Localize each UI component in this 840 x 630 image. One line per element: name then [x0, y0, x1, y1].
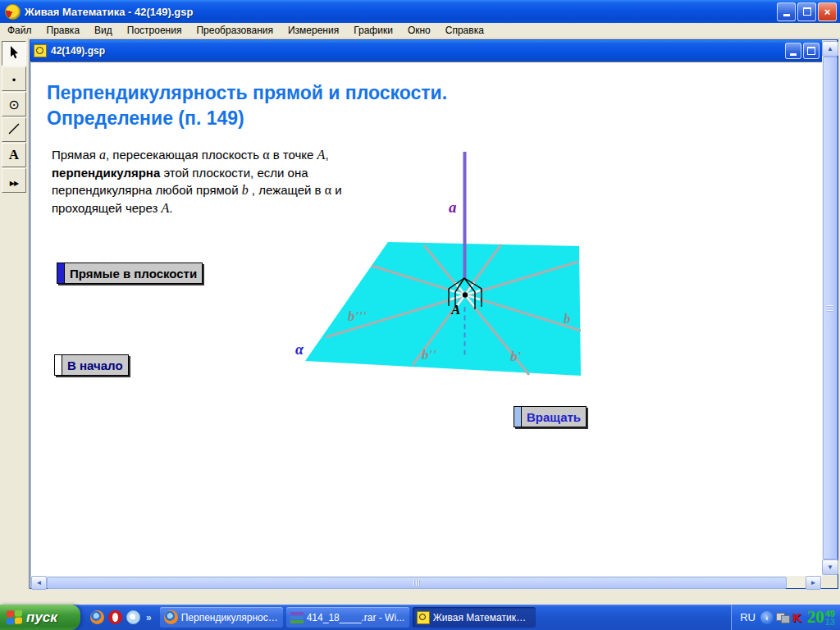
task-button-3[interactable]: Живая Математика ...: [413, 607, 536, 628]
document-window: 42(149).gsp bb'b''b'''aAα Перпендикулярн…: [30, 39, 838, 589]
close-button[interactable]: ×: [818, 2, 837, 21]
clock-minutes: 49: [825, 609, 835, 618]
restore-button[interactable]: [797, 2, 816, 21]
hide-icons-chevron[interactable]: ‹: [760, 611, 774, 624]
definition-segment: .: [169, 201, 172, 215]
firefox-icon[interactable]: [164, 610, 178, 624]
task-button-label: Перпендикулярност...: [181, 612, 279, 623]
definition-segment: A: [161, 201, 169, 215]
horizontal-scroll-thumb[interactable]: [47, 577, 787, 589]
firefox-icon[interactable]: [90, 610, 104, 624]
label-bpp: b'': [422, 347, 436, 363]
menu-item-6[interactable]: Измерения: [281, 24, 346, 37]
qip-icon[interactable]: [126, 610, 140, 624]
selection-arrow-tool-icon: [9, 46, 20, 62]
sketch-canvas[interactable]: bb'b''b'''aAα Перпендикулярность прямой …: [31, 62, 822, 576]
label-b: b: [564, 311, 571, 326]
to-start-button-label: В начало: [62, 355, 128, 375]
tool-palette: •⊙A▶▶: [0, 38, 29, 589]
network-icon[interactable]: [776, 612, 790, 623]
segment-tool-icon: [8, 123, 20, 137]
task-buttons: Перпендикулярност...414_18____.rar - Wi.…: [157, 607, 536, 628]
vertical-scrollbar[interactable]: ▲ ▼: [822, 40, 837, 576]
scroll-up-button[interactable]: ▲: [822, 41, 838, 57]
definition-segment: a: [99, 148, 106, 162]
app-titlebar[interactable]: Живая Математика - 42(149).gsp ×: [0, 0, 840, 23]
rotate-button-strip: [514, 407, 522, 427]
geometry-figure: bb'b''b'''aAα: [31, 62, 822, 576]
selection-arrow-tool[interactable]: [2, 41, 26, 66]
desktop-screen: Живая Математика - 42(149).gsp × ФайлПра…: [0, 0, 840, 630]
label-a: a: [449, 199, 457, 216]
clock-hours: 20: [807, 607, 824, 628]
label-α: α: [295, 341, 304, 358]
quick-launch-overflow-chevron[interactable]: »: [146, 612, 152, 623]
menu-item-8[interactable]: Окно: [400, 24, 438, 37]
system-tray: RU ‹K 20 49 13: [731, 605, 840, 630]
doc-minimize-button[interactable]: [785, 43, 801, 59]
scroll-down-button[interactable]: ▼: [822, 559, 838, 575]
rotate-button-label: Вращать: [522, 407, 586, 427]
definition-segment: α: [325, 183, 331, 197]
vertical-scroll-thumb[interactable]: [823, 57, 838, 559]
app-title: Живая Математика - 42(149).gsp: [25, 6, 777, 18]
definition-segment: b: [242, 183, 249, 197]
rotate-button[interactable]: Вращать: [514, 406, 587, 427]
windows-logo-icon: [7, 609, 23, 625]
menu-item-5[interactable]: Преобразования: [189, 24, 281, 37]
winrar-icon: [290, 611, 304, 624]
tray-icons: ‹K: [760, 610, 801, 624]
menu-item-4[interactable]: Построения: [120, 24, 189, 37]
definition-segment: перпендикулярна: [52, 166, 160, 180]
point-tool-icon: •: [12, 72, 16, 86]
app-icon: [5, 4, 21, 20]
task-button-2[interactable]: 414_18____.rar - Wi...: [286, 607, 409, 628]
page-title: Перпендикулярность прямой и плоскости. О…: [47, 80, 447, 131]
menu-item-1[interactable]: Файл: [0, 24, 39, 37]
close-icon: ×: [824, 7, 831, 17]
start-label: пуск: [26, 609, 57, 626]
segment-tool[interactable]: [2, 117, 26, 142]
taskbar: пуск » Перпендикулярност...414_18____.ra…: [0, 605, 840, 630]
text-tool[interactable]: A: [2, 143, 26, 167]
scroll-right-button[interactable]: ►: [806, 576, 821, 590]
opera-icon[interactable]: [108, 610, 122, 624]
language-indicator[interactable]: RU: [740, 611, 756, 623]
horizontal-scrollbar[interactable]: ◄ ►: [30, 576, 822, 588]
lines-in-plane-button-label: Прямые в плоскости: [65, 263, 202, 283]
minimize-icon: [783, 14, 790, 16]
circle-tool[interactable]: ⊙: [2, 92, 26, 116]
point-tool[interactable]: •: [2, 66, 26, 91]
menubar: ФайлПравкаВидПостроенияПреобразованияИзм…: [0, 23, 840, 39]
menu-item-2[interactable]: Правка: [39, 24, 88, 37]
menu-item-3[interactable]: Вид: [87, 24, 120, 37]
task-button-1[interactable]: Перпендикулярност...: [160, 607, 283, 628]
point-A: [463, 292, 468, 297]
definition-segment: , пересекающая плоскость: [106, 148, 262, 162]
definition-text: Прямая a, пересекающая плоскость α в точ…: [52, 146, 362, 217]
task-button-label: 414_18____.rar - Wi...: [307, 612, 404, 623]
lines-in-plane-button[interactable]: Прямые в плоскости: [57, 262, 203, 284]
page-title-line2: Определение (п. 149): [47, 106, 447, 131]
doc-maximize-button[interactable]: [803, 43, 819, 59]
app-window: Живая Математика - 42(149).gsp × ФайлПра…: [0, 0, 840, 605]
to-start-button[interactable]: В начало: [54, 354, 129, 376]
label-bppp: b''': [348, 308, 367, 324]
custom-tool[interactable]: ▶▶: [2, 168, 26, 193]
kaspersky-icon[interactable]: K: [792, 610, 801, 624]
definition-segment: ,: [325, 148, 328, 162]
to-start-button-strip: [55, 355, 62, 375]
minimize-button[interactable]: [777, 2, 796, 21]
definition-segment: в точке: [270, 148, 317, 162]
start-button[interactable]: пуск: [0, 605, 80, 630]
document-titlebar[interactable]: 42(149).gsp: [30, 40, 838, 62]
definition-segment: Прямая: [52, 148, 99, 162]
definition-segment: α: [262, 148, 269, 162]
menu-item-7[interactable]: Графики: [346, 24, 400, 37]
menu-item-9[interactable]: Справка: [438, 24, 491, 37]
definition-segment: A: [317, 148, 326, 162]
quick-launch-bar: »: [90, 610, 152, 624]
definition-segment: , лежащей в: [249, 183, 325, 197]
scroll-left-button[interactable]: ◄: [31, 576, 47, 590]
page-title-line1: Перпендикулярность прямой и плоскости.: [47, 80, 447, 106]
